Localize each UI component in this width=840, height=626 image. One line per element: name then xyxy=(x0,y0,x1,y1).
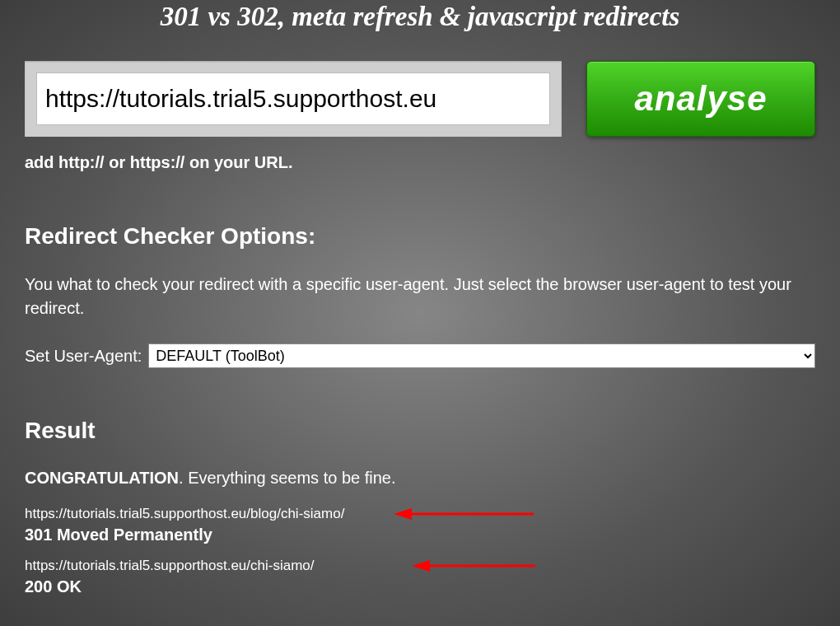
congrats-bold: CONGRATULATION xyxy=(25,469,179,487)
svg-marker-1 xyxy=(394,508,412,520)
url-hint: add http:// or https:// on your URL. xyxy=(25,153,815,172)
url-input[interactable] xyxy=(36,72,550,125)
result-url-2: https://tutorials.trial5.supporthost.eu/… xyxy=(25,558,815,574)
page-title: 301 vs 302, meta refresh & javascript re… xyxy=(25,0,815,61)
arrow-icon xyxy=(412,558,535,574)
analyse-button[interactable]: analyse xyxy=(586,61,815,137)
result-congrats: CONGRATULATION. Everything seems to be f… xyxy=(25,469,815,488)
arrow-icon xyxy=(394,506,534,522)
result-url-text: https://tutorials.trial5.supporthost.eu/… xyxy=(25,506,344,521)
result-url-text: https://tutorials.trial5.supporthost.eu/… xyxy=(25,558,315,573)
user-agent-row: Set User-Agent: DEFAULT (ToolBot) xyxy=(25,343,815,368)
result-url-1: https://tutorials.trial5.supporthost.eu/… xyxy=(25,506,815,522)
result-heading: Result xyxy=(25,418,815,444)
svg-marker-3 xyxy=(412,560,430,572)
result-status-1: 301 Moved Permanently xyxy=(25,526,815,544)
options-heading: Redirect Checker Options: xyxy=(25,223,815,250)
url-input-wrapper xyxy=(25,61,562,137)
options-description: You what to check your redirect with a s… xyxy=(25,273,815,320)
user-agent-label: Set User-Agent: xyxy=(25,347,142,366)
user-agent-select[interactable]: DEFAULT (ToolBot) xyxy=(148,343,815,368)
result-status-2: 200 OK xyxy=(25,577,815,596)
congrats-rest: . Everything seems to be fine. xyxy=(179,469,395,487)
search-row: analyse xyxy=(25,61,815,137)
